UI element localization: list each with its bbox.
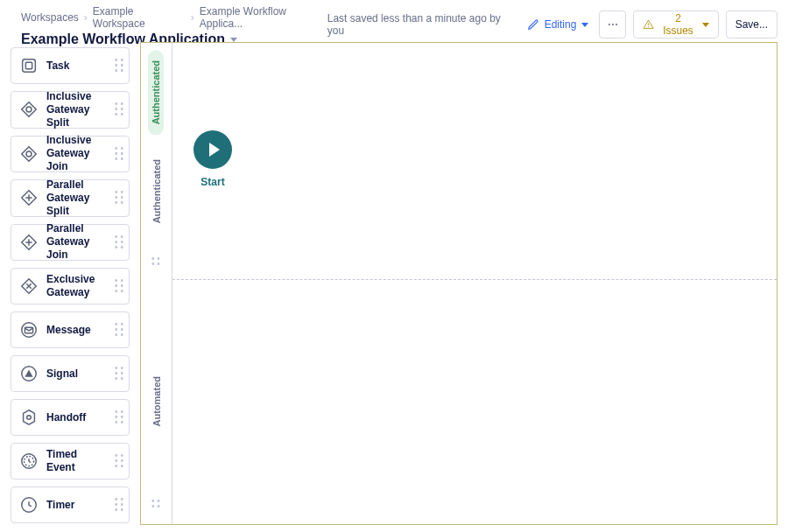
svg-point-0 <box>609 24 610 25</box>
start-node-label: Start <box>201 176 224 188</box>
palette-item-timed-event[interactable]: Timed Event• •• •• • <box>11 443 130 480</box>
svg-point-5 <box>26 107 32 112</box>
drag-handle-icon[interactable]: • •• •• • <box>115 102 123 116</box>
drag-handle-icon[interactable]: • •• •• • <box>115 410 123 424</box>
swimlane-automated[interactable]: Automated • •• • <box>141 279 172 524</box>
swimlane-rail: Authenticated Authenticated • •• • Autom… <box>141 43 172 524</box>
palette-item-timer[interactable]: Timer• •• •• • <box>11 486 130 523</box>
palette-item-handoff[interactable]: Handoff• •• •• • <box>11 399 130 436</box>
chevron-right-icon: › <box>84 11 88 24</box>
palette-item-label: Exclusive Gateway <box>46 273 108 299</box>
palette-item-parallel-split[interactable]: Parallel Gateway Split• •• •• • <box>11 179 130 217</box>
palette-item-task[interactable]: Task• •• •• • <box>11 47 130 84</box>
parallel-gateway-icon <box>18 187 39 208</box>
svg-point-7 <box>22 323 37 338</box>
palette-item-label: Task <box>46 60 108 73</box>
node-palette: Task• •• •• •Inclusive Gateway Split• ••… <box>0 38 140 532</box>
drag-handle-icon[interactable]: • •• •• • <box>115 367 123 381</box>
more-actions-button[interactable] <box>599 10 626 38</box>
breadcrumb-item[interactable]: Example Workflow Applica... <box>200 5 327 30</box>
swimlane-pill: Authenticated <box>148 50 164 135</box>
chevron-right-icon: › <box>191 11 194 24</box>
drag-handle-icon[interactable]: • •• •• • <box>115 454 123 468</box>
handoff-icon <box>18 407 39 428</box>
swimlane-authenticated[interactable]: Authenticated Authenticated • •• • <box>141 43 172 279</box>
inclusive-gateway-icon <box>18 99 39 120</box>
breadcrumb-item[interactable]: Workspaces <box>21 11 79 24</box>
svg-point-6 <box>26 151 32 157</box>
drag-handle-icon[interactable]: • •• •• • <box>115 498 123 512</box>
breadcrumb-item[interactable]: Example Workspace <box>93 5 186 30</box>
editing-mode-button[interactable]: Editing <box>524 10 593 38</box>
drag-handle-icon[interactable]: • •• •• • <box>115 191 123 205</box>
drag-handle-icon[interactable]: • •• • <box>151 500 160 508</box>
svg-rect-3 <box>23 60 36 73</box>
palette-item-signal[interactable]: Signal• •• •• • <box>11 355 130 392</box>
palette-item-label: Timed Event <box>46 448 108 474</box>
save-label: Save... <box>735 18 768 31</box>
swimlane-label: Authenticated <box>151 159 162 223</box>
save-button[interactable]: Save... <box>726 10 777 38</box>
palette-item-label: Inclusive Gateway Join <box>46 134 108 173</box>
svg-point-1 <box>612 24 614 25</box>
svg-rect-4 <box>25 62 32 68</box>
palette-item-inclusive-join[interactable]: Inclusive Gateway Join• •• •• • <box>11 136 130 173</box>
palette-item-label: Parallel Gateway Split <box>46 178 108 218</box>
svg-point-10 <box>27 416 32 420</box>
issues-label: 2 Issues <box>659 12 696 37</box>
inclusive-gateway-icon <box>18 144 39 164</box>
ellipsis-icon <box>607 18 619 31</box>
start-node-circle[interactable] <box>193 130 232 169</box>
palette-item-parallel-join[interactable]: Parallel Gateway Join• •• •• • <box>11 224 130 262</box>
palette-item-label: Inclusive Gateway Split <box>46 90 108 130</box>
exclusive-gateway-icon <box>18 276 39 297</box>
timer-icon <box>18 494 39 515</box>
play-icon <box>209 143 220 157</box>
swimlane-divider <box>172 279 777 280</box>
signal-icon <box>18 363 39 384</box>
editing-mode-label: Editing <box>545 18 577 31</box>
workflow-canvas[interactable]: Authenticated Authenticated • •• • Autom… <box>140 42 777 525</box>
drag-handle-icon[interactable]: • •• •• • <box>115 59 123 73</box>
last-saved-text: Last saved less than a minute ago by you <box>327 12 513 37</box>
message-icon <box>18 319 39 340</box>
drag-handle-icon[interactable]: • •• •• • <box>115 235 123 249</box>
title-dropdown-icon[interactable] <box>230 38 237 42</box>
caret-down-icon <box>702 23 709 27</box>
palette-item-message[interactable]: Message• •• •• • <box>11 312 130 348</box>
palette-item-label: Signal <box>46 368 108 381</box>
palette-item-label: Handoff <box>46 411 108 424</box>
palette-item-exclusive-gateway[interactable]: Exclusive Gateway• •• •• • <box>11 268 130 304</box>
palette-item-label: Message <box>46 324 108 337</box>
caret-down-icon <box>581 23 588 27</box>
timed-event-icon <box>18 451 39 472</box>
header: Workspaces › Example Workspace › Example… <box>0 0 788 38</box>
palette-item-label: Parallel Gateway Join <box>46 222 108 262</box>
palette-item-inclusive-split[interactable]: Inclusive Gateway Split• •• •• • <box>11 91 130 129</box>
drag-handle-icon[interactable]: • •• •• • <box>115 279 123 293</box>
parallel-gateway-icon <box>18 232 39 253</box>
breadcrumbs: Workspaces › Example Workspace › Example… <box>21 5 327 30</box>
drag-handle-icon[interactable]: • •• • <box>151 257 160 266</box>
start-node[interactable]: Start <box>193 130 232 188</box>
palette-item-label: Timer <box>46 499 108 512</box>
svg-point-2 <box>616 24 617 25</box>
pencil-icon <box>527 18 539 31</box>
drag-handle-icon[interactable]: • •• •• • <box>115 323 123 337</box>
task-icon <box>18 55 39 76</box>
swimlane-label: Automated <box>151 376 162 426</box>
warning-icon <box>643 18 654 31</box>
issues-button[interactable]: 2 Issues <box>633 10 719 38</box>
drag-handle-icon[interactable]: • •• •• • <box>115 147 123 161</box>
